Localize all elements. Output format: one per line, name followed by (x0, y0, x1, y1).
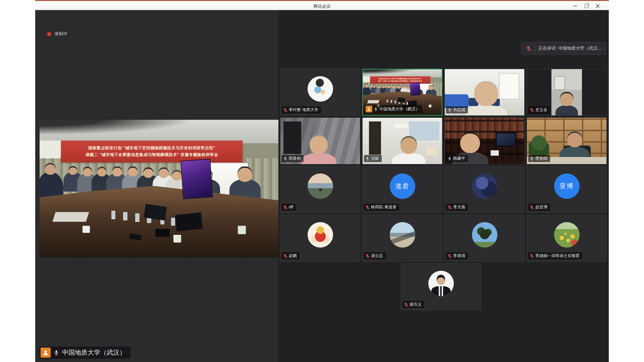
participant-name: 郑善柏 (289, 156, 301, 161)
conference-room-video: 国家重点研发计划 “城市地下空间精细探测技术与开发利用研究示范” 课题二 “城市… (40, 120, 278, 258)
participant-tile-6[interactable]: 吉龄 (362, 117, 442, 164)
mic-unmuted-icon (374, 107, 378, 111)
participant-tile-14[interactable]: 凌云志 (362, 215, 442, 262)
participant-tile-9[interactable]: dff (280, 166, 360, 213)
participant-name-tag: 铁四院·蒋道君 (364, 204, 399, 211)
participant-tile-2[interactable]: 国家重点研发计划 “城市地下空间精细探测技术与开发利用研究示范” 课题二 “城市… (362, 69, 442, 116)
main-video[interactable]: 国家重点研发计划 “城市地下空间精细探测技术与开发利用研究示范” 课题二 “城市… (40, 120, 278, 258)
participant-name: 赵鹏 (289, 253, 297, 259)
participant-tile-8[interactable]: 李协阳 (527, 117, 607, 164)
avatar-image (472, 173, 497, 199)
participant-tile-4[interactable]: 史玉金 (527, 69, 607, 116)
participant-tile-11[interactable]: 李元海 (444, 166, 525, 213)
close-button[interactable] (592, 2, 603, 10)
avatar-image (308, 76, 333, 102)
scene-shape (491, 150, 499, 156)
mic-muted-icon (404, 302, 408, 307)
recording-dot-icon (47, 32, 51, 36)
restore-button[interactable] (581, 2, 592, 10)
avatar-image (308, 222, 333, 248)
avatar-image (472, 222, 497, 248)
participant-name-tag: 李元海 (446, 204, 468, 211)
participant-name-tag: 李叶蟹·地质大学 (282, 106, 321, 113)
main-stage: 录制中 国家重点研发计划 “城市地下空间精细探测技术与开发利用研究示范” 课题二… (35, 10, 278, 362)
scene-shape (83, 226, 90, 233)
participant-name: 中国地质大学（武汉） (379, 106, 420, 112)
close-icon (596, 4, 600, 8)
participant-name-tag: 李德清 (446, 252, 468, 259)
mic-unmuted-icon (283, 156, 287, 161)
participant-tile-1[interactable]: 李叶蟹·地质大学 (280, 69, 360, 116)
participant-name-tag: 吉龄 (364, 155, 382, 162)
participant-tile-13[interactable]: 赵鹏 (280, 215, 360, 262)
participant-name: 李协阳 (535, 156, 547, 161)
mic-muted-icon (283, 205, 287, 209)
scene-shape (394, 124, 408, 128)
window-title: 腾讯会议 (35, 3, 609, 9)
mic-muted-icon (447, 205, 452, 209)
participant-name-tag: 中国地质大学（武汉） (364, 105, 422, 113)
participant-tile-12[interactable]: 亚博赵亚博 (527, 166, 607, 213)
participant-name: 史玉金 (535, 107, 547, 113)
avatar-initials: 亚博 (554, 173, 580, 199)
scene-shape (123, 212, 127, 220)
minimize-button[interactable] (569, 2, 581, 10)
person-figure (555, 105, 578, 115)
participant-name-tag: 谢百义 (402, 301, 424, 308)
participant-name: 吉龄 (371, 156, 379, 161)
person-head (310, 135, 328, 154)
speaking-text: 正在讲话: 中国地质大学（武汉... (538, 45, 601, 51)
participant-tile-7[interactable]: 陈建平 (444, 117, 525, 164)
scene-shape (111, 211, 116, 219)
avatar-image (390, 222, 415, 248)
desktop: 腾讯会议 录制中 国家重点研 (0, 0, 644, 362)
mic-muted-icon (530, 205, 534, 209)
scene-shape (52, 212, 89, 222)
participant-tile-17[interactable]: 谢百义 (401, 263, 481, 310)
participant-tile-16[interactable]: 李娟娟---深部岩土实验室 (527, 215, 607, 262)
participant-name-tag: 李协阳 (528, 155, 550, 162)
mic-unmuted-icon (447, 156, 452, 161)
mic-unmuted-icon (447, 108, 452, 112)
participant-tile-15[interactable]: 李德清 (444, 215, 525, 262)
restore-icon (585, 4, 588, 8)
mic-muted-icon (365, 254, 370, 258)
scene-shape (445, 94, 469, 108)
meeting-content: 录制中 国家重点研发计划 “城市地下空间精细探测技术与开发利用研究示范” 课题二… (35, 10, 609, 362)
mic-muted-icon (530, 254, 534, 258)
participant-name: 凌云志 (371, 253, 383, 259)
speaking-indicator[interactable]: 正在讲话: 中国地质大学（武汉... (521, 42, 606, 55)
scene-shape (238, 226, 246, 234)
person-head (560, 92, 573, 106)
recording-label: 录制中 (54, 31, 67, 37)
mic-unmuted-icon (365, 156, 370, 161)
participant-name-tag: 吕志成 (446, 106, 468, 113)
host-badge-icon (366, 106, 372, 112)
participant-name-tag: 李娟娟---深部岩土实验室 (528, 252, 582, 259)
participant-tile-5[interactable]: 郑善柏 (280, 117, 360, 164)
scene-shape (554, 76, 565, 90)
scene-shape (171, 218, 175, 226)
participant-grid: 李叶蟹·地质大学 国家重点研发计划 “城市地下空间精细探测技术与开发利用研究示范… (278, 69, 609, 361)
mic-muted-icon (447, 254, 452, 258)
mic-muted-icon (530, 108, 534, 112)
scene-shape (173, 235, 181, 243)
mic-muted-icon (365, 205, 370, 209)
scene-shape (155, 229, 170, 237)
person-head (460, 132, 480, 153)
scene-shape (426, 147, 437, 156)
participant-name: 陈建平 (453, 156, 465, 161)
avatar-image (428, 271, 454, 296)
participant-name: 李叶蟹·地质大学 (289, 107, 318, 113)
minimize-icon (573, 6, 577, 6)
scene-shape (175, 212, 203, 231)
scene-shape (429, 105, 431, 107)
divider (535, 46, 535, 51)
participant-tile-3[interactable]: 吕志成 (444, 69, 525, 116)
participant-name: 李娟娟---深部岩土实验室 (535, 253, 580, 259)
participant-name: 谢百义 (410, 302, 422, 307)
scene-table-items (40, 120, 278, 258)
participant-name-tag: 郑善柏 (282, 155, 304, 162)
participant-tile-10[interactable]: 道君铁四院·蒋道君 (362, 166, 442, 213)
titlebar: 腾讯会议 (35, 0, 609, 10)
